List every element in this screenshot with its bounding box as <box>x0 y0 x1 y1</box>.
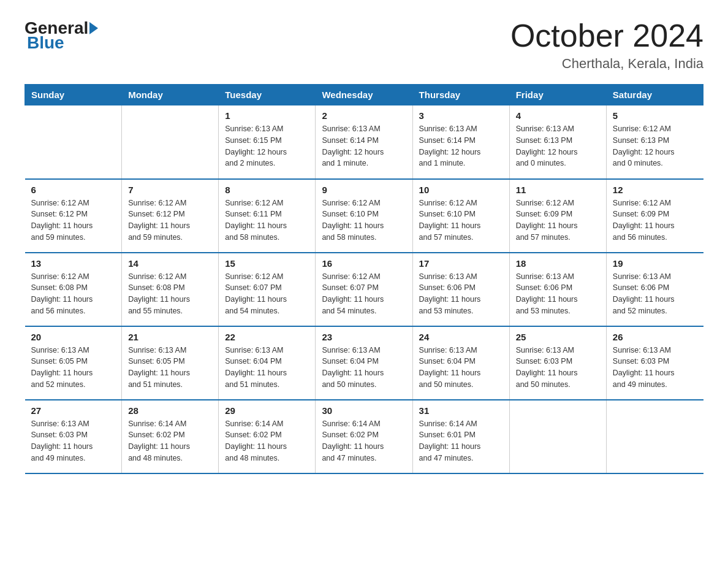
weekday-header-thursday: Thursday <box>412 85 509 105</box>
day-number: 7 <box>128 185 212 195</box>
calendar-cell: 12Sunrise: 6:12 AMSunset: 6:09 PMDayligh… <box>606 179 703 253</box>
day-info: Sunrise: 6:12 AMSunset: 6:13 PMDaylight:… <box>613 123 697 169</box>
calendar-table: SundayMondayTuesdayWednesdayThursdayFrid… <box>25 84 703 474</box>
calendar-cell <box>122 105 219 179</box>
weekday-header-friday: Friday <box>509 85 606 105</box>
calendar-cell: 23Sunrise: 6:13 AMSunset: 6:04 PMDayligh… <box>316 326 412 400</box>
day-number: 13 <box>31 258 116 269</box>
day-info: Sunrise: 6:13 AMSunset: 6:04 PMDaylight:… <box>322 345 406 391</box>
day-number: 28 <box>128 405 212 416</box>
day-info: Sunrise: 6:13 AMSunset: 6:14 PMDaylight:… <box>322 123 406 169</box>
day-info: Sunrise: 6:12 AMSunset: 6:09 PMDaylight:… <box>516 197 600 243</box>
month-title: October 2024 <box>510 18 703 53</box>
calendar-week-row: 20Sunrise: 6:13 AMSunset: 6:05 PMDayligh… <box>25 326 703 400</box>
day-info: Sunrise: 6:13 AMSunset: 6:14 PMDaylight:… <box>419 123 503 169</box>
day-info: Sunrise: 6:14 AMSunset: 6:02 PMDaylight:… <box>128 418 212 464</box>
calendar-cell: 31Sunrise: 6:14 AMSunset: 6:01 PMDayligh… <box>412 400 509 473</box>
calendar-cell: 29Sunrise: 6:14 AMSunset: 6:02 PMDayligh… <box>219 400 316 473</box>
day-number: 1 <box>225 110 309 121</box>
day-number: 10 <box>419 185 503 195</box>
day-info: Sunrise: 6:12 AMSunset: 6:12 PMDaylight:… <box>128 197 212 243</box>
calendar-cell: 18Sunrise: 6:13 AMSunset: 6:06 PMDayligh… <box>509 253 606 326</box>
day-info: Sunrise: 6:13 AMSunset: 6:03 PMDaylight:… <box>516 345 600 391</box>
day-info: Sunrise: 6:14 AMSunset: 6:02 PMDaylight:… <box>225 418 309 464</box>
day-info: Sunrise: 6:12 AMSunset: 6:07 PMDaylight:… <box>322 271 406 317</box>
day-info: Sunrise: 6:14 AMSunset: 6:01 PMDaylight:… <box>419 418 503 464</box>
calendar-cell: 14Sunrise: 6:12 AMSunset: 6:08 PMDayligh… <box>122 253 219 326</box>
day-info: Sunrise: 6:13 AMSunset: 6:03 PMDaylight:… <box>31 418 116 464</box>
day-info: Sunrise: 6:13 AMSunset: 6:15 PMDaylight:… <box>225 123 309 169</box>
calendar-cell: 15Sunrise: 6:12 AMSunset: 6:07 PMDayligh… <box>219 253 316 326</box>
day-number: 31 <box>419 405 503 416</box>
calendar-cell: 7Sunrise: 6:12 AMSunset: 6:12 PMDaylight… <box>122 179 219 253</box>
calendar-cell <box>25 105 122 179</box>
calendar-week-row: 1Sunrise: 6:13 AMSunset: 6:15 PMDaylight… <box>25 105 703 179</box>
day-info: Sunrise: 6:12 AMSunset: 6:10 PMDaylight:… <box>322 197 406 243</box>
day-info: Sunrise: 6:12 AMSunset: 6:12 PMDaylight:… <box>31 197 116 243</box>
calendar-cell: 21Sunrise: 6:13 AMSunset: 6:05 PMDayligh… <box>122 326 219 400</box>
calendar-cell: 24Sunrise: 6:13 AMSunset: 6:04 PMDayligh… <box>412 326 509 400</box>
calendar-cell: 27Sunrise: 6:13 AMSunset: 6:03 PMDayligh… <box>25 400 122 473</box>
day-number: 21 <box>128 332 212 342</box>
day-number: 24 <box>419 332 503 342</box>
day-number: 22 <box>225 332 309 342</box>
calendar-cell: 17Sunrise: 6:13 AMSunset: 6:06 PMDayligh… <box>412 253 509 326</box>
day-info: Sunrise: 6:12 AMSunset: 6:09 PMDaylight:… <box>613 197 697 243</box>
day-number: 15 <box>225 258 309 269</box>
calendar-cell: 25Sunrise: 6:13 AMSunset: 6:03 PMDayligh… <box>509 326 606 400</box>
weekday-header-saturday: Saturday <box>606 85 703 105</box>
calendar-week-row: 27Sunrise: 6:13 AMSunset: 6:03 PMDayligh… <box>25 400 703 473</box>
day-info: Sunrise: 6:12 AMSunset: 6:11 PMDaylight:… <box>225 197 309 243</box>
calendar-cell: 2Sunrise: 6:13 AMSunset: 6:14 PMDaylight… <box>316 105 412 179</box>
calendar-cell: 30Sunrise: 6:14 AMSunset: 6:02 PMDayligh… <box>316 400 412 473</box>
location-text: Cherthala, Kerala, India <box>510 56 703 72</box>
calendar-cell: 28Sunrise: 6:14 AMSunset: 6:02 PMDayligh… <box>122 400 219 473</box>
title-section: October 2024 Cherthala, Kerala, India <box>510 18 703 72</box>
day-number: 19 <box>613 258 697 269</box>
calendar-cell: 10Sunrise: 6:12 AMSunset: 6:10 PMDayligh… <box>412 179 509 253</box>
day-number: 23 <box>322 332 406 342</box>
day-info: Sunrise: 6:13 AMSunset: 6:06 PMDaylight:… <box>419 271 503 317</box>
day-info: Sunrise: 6:12 AMSunset: 6:08 PMDaylight:… <box>31 271 116 317</box>
day-info: Sunrise: 6:14 AMSunset: 6:02 PMDaylight:… <box>322 418 406 464</box>
day-number: 14 <box>128 258 212 269</box>
logo: General Blue <box>25 18 99 53</box>
day-number: 17 <box>419 258 503 269</box>
calendar-cell: 3Sunrise: 6:13 AMSunset: 6:14 PMDaylight… <box>412 105 509 179</box>
day-number: 18 <box>516 258 600 269</box>
day-info: Sunrise: 6:13 AMSunset: 6:04 PMDaylight:… <box>419 345 503 391</box>
day-number: 9 <box>322 185 406 195</box>
weekday-header-tuesday: Tuesday <box>219 85 316 105</box>
day-number: 16 <box>322 258 406 269</box>
calendar-cell: 4Sunrise: 6:13 AMSunset: 6:13 PMDaylight… <box>509 105 606 179</box>
calendar-cell: 19Sunrise: 6:13 AMSunset: 6:06 PMDayligh… <box>606 253 703 326</box>
page-header: General Blue October 2024 Cherthala, Ker… <box>25 18 703 72</box>
day-number: 25 <box>516 332 600 342</box>
logo-arrow-icon <box>89 22 98 34</box>
calendar-cell: 6Sunrise: 6:12 AMSunset: 6:12 PMDaylight… <box>25 179 122 253</box>
day-number: 4 <box>516 110 600 121</box>
weekday-header-row: SundayMondayTuesdayWednesdayThursdayFrid… <box>25 85 703 105</box>
calendar-cell: 1Sunrise: 6:13 AMSunset: 6:15 PMDaylight… <box>219 105 316 179</box>
calendar-cell: 9Sunrise: 6:12 AMSunset: 6:10 PMDaylight… <box>316 179 412 253</box>
day-info: Sunrise: 6:13 AMSunset: 6:03 PMDaylight:… <box>613 345 697 391</box>
day-info: Sunrise: 6:13 AMSunset: 6:05 PMDaylight:… <box>128 345 212 391</box>
day-info: Sunrise: 6:13 AMSunset: 6:04 PMDaylight:… <box>225 345 309 391</box>
day-info: Sunrise: 6:12 AMSunset: 6:10 PMDaylight:… <box>419 197 503 243</box>
calendar-week-row: 6Sunrise: 6:12 AMSunset: 6:12 PMDaylight… <box>25 179 703 253</box>
day-number: 11 <box>516 185 600 195</box>
day-number: 8 <box>225 185 309 195</box>
logo-blue-text: Blue <box>25 33 64 53</box>
day-number: 26 <box>613 332 697 342</box>
day-number: 6 <box>31 185 116 195</box>
day-number: 20 <box>31 332 116 342</box>
weekday-header-sunday: Sunday <box>25 85 122 105</box>
day-info: Sunrise: 6:12 AMSunset: 6:07 PMDaylight:… <box>225 271 309 317</box>
calendar-cell <box>606 400 703 473</box>
day-number: 5 <box>613 110 697 121</box>
calendar-cell <box>509 400 606 473</box>
day-number: 2 <box>322 110 406 121</box>
calendar-header: SundayMondayTuesdayWednesdayThursdayFrid… <box>25 85 703 105</box>
day-info: Sunrise: 6:13 AMSunset: 6:06 PMDaylight:… <box>613 271 697 317</box>
calendar-body: 1Sunrise: 6:13 AMSunset: 6:15 PMDaylight… <box>25 105 703 473</box>
